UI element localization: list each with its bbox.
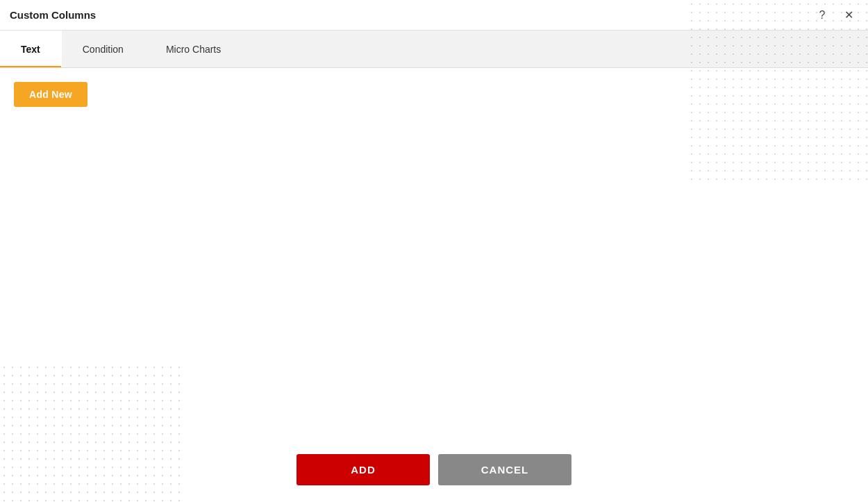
cancel-button[interactable]: CANCEL [438,454,571,485]
add-button[interactable]: ADD [297,454,430,485]
tab-micro-charts-label: Micro Charts [166,44,221,55]
custom-columns-dialog: Custom Columns ? ✕ Text Condition Micro … [0,0,868,502]
tab-text[interactable]: Text [0,31,62,67]
tab-text-label: Text [21,44,40,55]
title-actions: ? ✕ [812,6,858,25]
dialog-title: Custom Columns [10,9,96,21]
tab-condition-label: Condition [83,44,124,55]
content-area: Add New [0,68,868,443]
tab-condition[interactable]: Condition [62,31,145,67]
help-button[interactable]: ? [812,6,832,25]
add-new-button[interactable]: Add New [14,82,87,107]
title-bar: Custom Columns ? ✕ [0,0,868,31]
tab-micro-charts[interactable]: Micro Charts [145,31,242,67]
tabs-bar: Text Condition Micro Charts [0,31,868,68]
close-button[interactable]: ✕ [839,6,858,25]
footer: ADD CANCEL [0,443,868,502]
